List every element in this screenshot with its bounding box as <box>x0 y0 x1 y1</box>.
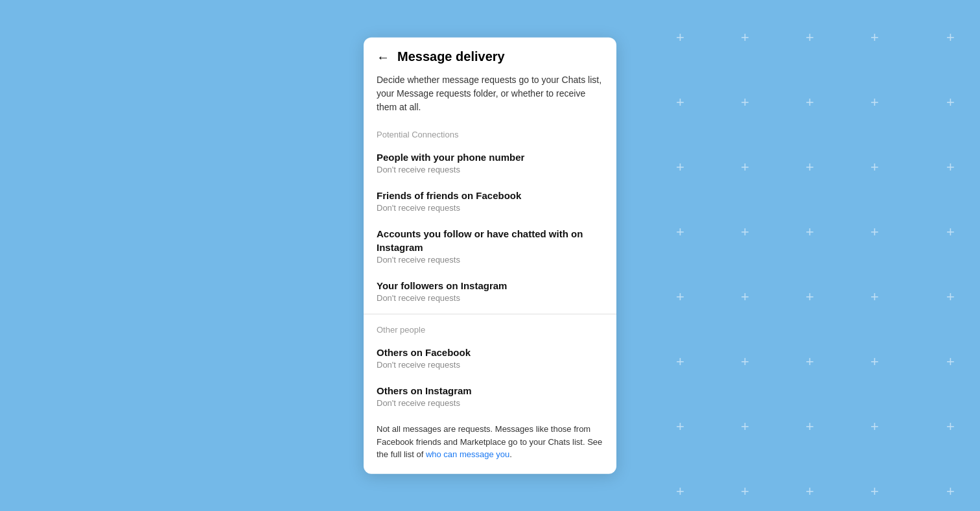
setting-friends-facebook-title: Friends of friends on Facebook <box>377 189 603 202</box>
plus-decoration: + <box>806 290 814 304</box>
plus-decoration: + <box>870 95 879 110</box>
who-can-message-link[interactable]: who can message you <box>426 449 509 459</box>
plus-decoration: + <box>741 290 749 304</box>
plus-decoration: + <box>741 420 749 434</box>
plus-decoration: + <box>741 484 749 499</box>
page-title: Message delivery <box>397 49 505 64</box>
plus-decoration: + <box>946 484 955 499</box>
card-description: Decide whether message requests go to yo… <box>364 73 616 123</box>
setting-others-instagram-title: Others on Instagram <box>377 384 603 398</box>
setting-others-facebook-title: Others on Facebook <box>377 346 603 359</box>
potential-connections-section: Potential Connections People with your p… <box>364 123 616 310</box>
plus-decoration: + <box>946 420 955 434</box>
plus-decoration: + <box>741 355 749 369</box>
plus-decoration: + <box>676 225 684 239</box>
plus-decoration: + <box>946 160 955 174</box>
plus-decoration: + <box>741 95 749 110</box>
card-header: ← Message delivery <box>364 38 616 73</box>
plus-decoration: + <box>806 420 814 434</box>
plus-decoration: + <box>806 30 814 45</box>
plus-decoration: + <box>946 95 955 110</box>
plus-decoration: + <box>806 95 814 110</box>
plus-decoration: + <box>806 160 814 174</box>
plus-decoration: + <box>946 225 955 239</box>
plus-decoration: + <box>946 355 955 369</box>
setting-friends-facebook-subtitle: Don't receive requests <box>377 203 603 213</box>
footer-text-after: . <box>509 449 512 459</box>
plus-decoration: + <box>676 95 684 110</box>
plus-decoration: + <box>870 160 879 174</box>
plus-decoration: + <box>870 484 879 499</box>
plus-decoration: + <box>676 30 684 45</box>
setting-others-instagram-subtitle: Don't receive requests <box>377 398 603 408</box>
setting-others-facebook-subtitle: Don't receive requests <box>377 360 603 370</box>
setting-instagram-chatted-subtitle: Don't receive requests <box>377 255 603 265</box>
plus-decoration: + <box>676 484 684 499</box>
plus-decoration: + <box>870 225 879 239</box>
plus-decoration: + <box>870 290 879 304</box>
plus-decoration: + <box>676 160 684 174</box>
setting-phone-number[interactable]: People with your phone number Don't rece… <box>364 143 616 182</box>
other-people-section: Other people Others on Facebook Don't re… <box>364 318 616 415</box>
plus-decoration: + <box>676 420 684 434</box>
plus-decoration: + <box>870 420 879 434</box>
plus-decoration: + <box>806 355 814 369</box>
setting-instagram-chatted[interactable]: Accounts you follow or have chatted with… <box>364 220 616 272</box>
plus-decoration: + <box>870 30 879 45</box>
plus-decoration: + <box>676 290 684 304</box>
potential-connections-label: Potential Connections <box>364 123 616 143</box>
setting-instagram-followers[interactable]: Your followers on Instagram Don't receiv… <box>364 272 616 310</box>
setting-friends-facebook[interactable]: Friends of friends on Facebook Don't rec… <box>364 182 616 220</box>
setting-instagram-followers-subtitle: Don't receive requests <box>377 293 603 303</box>
plus-decoration: + <box>741 30 749 45</box>
setting-phone-number-subtitle: Don't receive requests <box>377 165 603 174</box>
plus-decoration: + <box>806 484 814 499</box>
section-divider <box>364 314 616 315</box>
plus-decoration: + <box>741 160 749 174</box>
back-button[interactable]: ← <box>377 50 390 63</box>
plus-decoration: + <box>946 290 955 304</box>
plus-decoration: + <box>676 355 684 369</box>
plus-decoration: + <box>806 225 814 239</box>
plus-decoration: + <box>870 355 879 369</box>
other-people-label: Other people <box>364 318 616 339</box>
setting-phone-number-title: People with your phone number <box>377 150 603 164</box>
plus-decoration: + <box>741 225 749 239</box>
setting-others-instagram[interactable]: Others on Instagram Don't receive reques… <box>364 377 616 415</box>
footer-text: Not all messages are requests. Messages … <box>364 415 616 474</box>
plus-decoration: + <box>946 30 955 45</box>
setting-instagram-chatted-title: Accounts you follow or have chatted with… <box>377 227 603 254</box>
setting-instagram-followers-title: Your followers on Instagram <box>377 279 603 292</box>
message-delivery-card: ← Message delivery Decide whether messag… <box>364 38 616 474</box>
setting-others-facebook[interactable]: Others on Facebook Don't receive request… <box>364 339 616 377</box>
